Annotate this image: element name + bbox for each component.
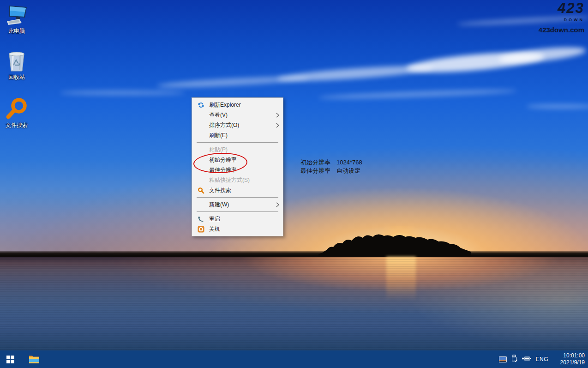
menu-item-label: 重启 — [209, 215, 220, 223]
menu-item-view[interactable]: 查看(V) — [192, 110, 283, 120]
taskbar: ENG 10:01:00 2021/9/19 — [0, 350, 588, 368]
desktop-icon-file-search[interactable]: 文件搜索 — [0, 97, 33, 129]
desktop-icon-label: 回收站 — [8, 73, 25, 81]
file-explorer-button[interactable] — [24, 350, 44, 368]
water-ripples — [0, 257, 588, 350]
desktop-icon-this-pc[interactable]: 此电脑 — [0, 3, 33, 35]
watermark-site-text: 423down.com — [539, 26, 584, 34]
desktop-icon-label: 文件搜索 — [6, 121, 28, 129]
desktop-icon-label: 此电脑 — [8, 27, 25, 35]
power-tray-icon[interactable] — [522, 355, 531, 363]
icon-spacer — [197, 121, 205, 129]
desktop-icon-recycle-bin[interactable]: 回收站 — [0, 49, 33, 81]
clock-date: 2021/9/19 — [554, 359, 585, 366]
menu-item-best-resolution[interactable]: 最佳分辨率 — [192, 165, 283, 175]
recycle-bin-icon — [6, 49, 27, 72]
icon-spacer — [197, 132, 205, 139]
menu-item-label: 刷新Explorer — [209, 101, 241, 109]
resolution-label: 初始分辨率 — [300, 158, 330, 167]
restart-icon — [197, 215, 205, 223]
icon-spacer — [197, 156, 205, 163]
resolution-value: 1024*768 — [336, 158, 362, 167]
resolution-info-text: 初始分辨率 1024*768 最佳分辨率 自动设定 — [300, 158, 362, 175]
search-icon — [197, 187, 205, 194]
menu-item-initial-resolution[interactable]: 初始分辨率 — [192, 155, 283, 165]
watermark-logo-number: 423 — [558, 0, 584, 16]
menu-item-refresh[interactable]: 刷新(E) — [192, 130, 283, 140]
icon-spacer — [197, 111, 205, 119]
resolution-value: 自动设定 — [336, 167, 360, 175]
menu-item-refresh-explorer[interactable]: 刷新Explorer — [192, 100, 283, 110]
computer-icon — [6, 3, 28, 26]
submenu-arrow-icon — [276, 202, 279, 207]
menu-separator — [197, 142, 278, 143]
menu-item-label: 文件搜索 — [209, 187, 231, 194]
watermark-logo: 423 DOWN — [539, 3, 584, 25]
windows-logo-icon — [6, 356, 14, 363]
icon-spacer — [197, 146, 205, 153]
wallpaper-tray-icon[interactable] — [499, 356, 507, 362]
island-silhouette — [318, 229, 471, 257]
menu-item-label: 新建(W) — [209, 201, 229, 209]
wallpaper-sky — [0, 0, 588, 257]
language-indicator[interactable]: ENG — [535, 356, 548, 362]
horizon-treeline — [0, 251, 588, 257]
watermark: 423 DOWN 423down.com — [539, 3, 584, 34]
submenu-arrow-icon — [276, 113, 279, 118]
clock-time: 10:01:00 — [554, 352, 585, 359]
menu-item-paste[interactable]: 粘贴(P) — [192, 145, 283, 155]
menu-item-label: 初始分辨率 — [209, 156, 237, 164]
menu-separator — [197, 211, 278, 212]
menu-separator — [197, 197, 278, 198]
menu-item-restart[interactable]: 重启 — [192, 214, 283, 224]
menu-item-sort-by[interactable]: 排序方式(O) — [192, 120, 283, 130]
menu-item-new[interactable]: 新建(W) — [192, 199, 283, 210]
icon-spacer — [197, 201, 205, 208]
desktop: 此电脑 回收站 文件搜索 — [0, 0, 588, 368]
menu-item-label: 刷新(E) — [209, 132, 228, 139]
icon-spacer — [197, 176, 205, 184]
cloud — [60, 90, 185, 95]
folder-icon — [29, 355, 40, 364]
menu-item-file-search[interactable]: 文件搜索 — [192, 185, 283, 195]
context-menu: 刷新Explorer 查看(V) 排序方式(O) 刷新(E) 粘贴(P) — [192, 97, 283, 236]
menu-item-shutdown[interactable]: 关机 — [192, 224, 283, 234]
menu-item-label: 最佳分辨率 — [209, 166, 237, 174]
menu-item-label: 关机 — [209, 225, 220, 233]
power-icon — [197, 225, 205, 233]
resolution-label: 最佳分辨率 — [300, 167, 330, 175]
menu-item-label: 粘贴快捷方式(S) — [209, 176, 250, 184]
submenu-arrow-icon — [276, 123, 279, 128]
search-icon — [5, 97, 29, 120]
menu-item-label: 查看(V) — [209, 111, 228, 119]
usb-tray-icon[interactable] — [511, 355, 517, 364]
refresh-icon — [197, 101, 205, 109]
start-button[interactable] — [0, 350, 20, 368]
taskbar-clock[interactable]: 10:01:00 2021/9/19 — [554, 352, 585, 366]
menu-item-label: 粘贴(P) — [209, 146, 228, 154]
system-tray: ENG 10:01:00 2021/9/19 — [499, 352, 588, 366]
icon-spacer — [197, 166, 205, 174]
menu-item-paste-shortcut[interactable]: 粘贴快捷方式(S) — [192, 175, 283, 185]
menu-item-label: 排序方式(O) — [209, 121, 239, 129]
